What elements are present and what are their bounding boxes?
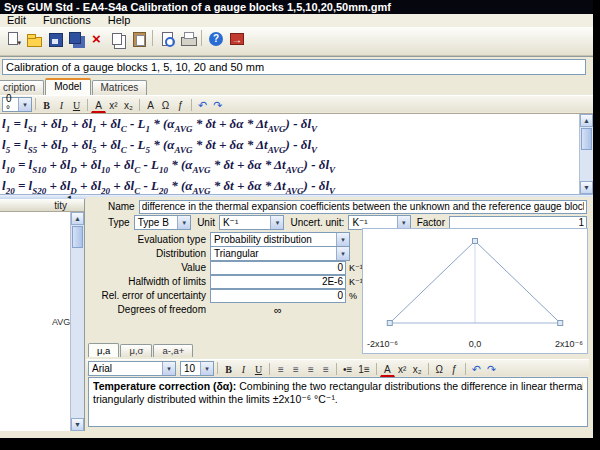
chevron-down-icon: ▾ <box>200 362 213 375</box>
scroll-up-icon[interactable]: ▲ <box>71 212 84 225</box>
calibration-title-input[interactable] <box>2 59 586 75</box>
menu-functions[interactable]: Functions <box>36 14 98 27</box>
tab-mu-sigma[interactable]: μ,σ <box>120 344 152 357</box>
save-all-icon[interactable] <box>66 29 85 48</box>
quantity-list-item[interactable]: AVG <box>0 317 70 327</box>
toolbar-separator <box>465 363 466 375</box>
comment-bold-text: Temperature correction (δα): <box>93 380 236 392</box>
x-tick-right: 2x10⁻⁶ <box>555 339 583 349</box>
quantity-details-panel: Name Type Type B ▾ Unit K⁻¹ ▾ Uncert. un… <box>86 197 593 431</box>
distribution-combo-value: Triangular <box>214 248 259 259</box>
distribution-label: Distribution <box>86 248 206 259</box>
subscript-button[interactable]: x₂ <box>410 362 425 377</box>
distribution-combo[interactable]: Triangular ▾ <box>210 246 350 261</box>
quantity-scrollbar[interactable]: ▲ ▼ <box>70 212 84 431</box>
toolbar-separator <box>139 99 140 111</box>
symbol-button[interactable]: Ω <box>158 98 173 113</box>
function-button[interactable]: ƒ <box>447 362 462 377</box>
exit-icon[interactable] <box>227 29 246 48</box>
align-right-button[interactable]: ≡ <box>303 362 318 377</box>
scroll-down-icon[interactable]: ▼ <box>71 418 84 431</box>
delete-icon[interactable] <box>87 29 106 48</box>
rel-error-label: Rel. error of uncertainty <box>86 290 206 301</box>
redo-button[interactable]: ↷ <box>210 98 225 113</box>
paste-icon[interactable] <box>129 29 148 48</box>
chevron-down-icon: ▾ <box>18 98 31 111</box>
unit-label: Unit <box>197 217 215 228</box>
rel-error-input[interactable] <box>210 289 346 303</box>
value-input[interactable] <box>210 261 346 275</box>
halfwidth-unit: K⁻¹ <box>349 277 363 287</box>
quantity-list[interactable]: AVG <box>0 212 70 431</box>
font-color-button[interactable]: A <box>380 362 395 377</box>
name-input[interactable] <box>139 200 587 214</box>
equations-scrollbar[interactable]: ▲ ▼ <box>579 114 593 194</box>
degrees-of-freedom-value: ∞ <box>210 304 346 316</box>
tab-a-minus-a-plus[interactable]: a-,a+ <box>153 344 193 357</box>
underline-button[interactable]: U <box>251 362 266 377</box>
tab-matrices[interactable]: Matrices <box>92 80 148 95</box>
redo-button[interactable]: ↷ <box>484 362 499 377</box>
toolbar-separator <box>217 362 218 374</box>
halfwidth-input[interactable] <box>210 275 346 289</box>
tab-mu-a[interactable]: μ,a <box>88 343 119 357</box>
unit-combo[interactable]: K⁻¹ ▾ <box>219 215 285 230</box>
font-size-combo[interactable]: 10 ▾ <box>180 361 214 376</box>
toolbar-icons <box>2 28 247 48</box>
save-icon[interactable] <box>45 29 64 48</box>
scroll-up-icon[interactable]: ▲ <box>580 114 593 127</box>
toolbar-separator <box>152 30 153 46</box>
open-icon[interactable] <box>24 29 43 48</box>
print-preview-icon[interactable] <box>157 29 176 48</box>
decimals-combo[interactable]: 0 ° ▾ <box>2 97 32 112</box>
evaluation-type-combo[interactable]: Probability distribution ▾ <box>210 232 350 247</box>
superscript-button[interactable]: x² <box>395 362 410 377</box>
menu-bar: Edit Functions Help <box>0 14 593 27</box>
chevron-down-icon: ▾ <box>177 216 190 229</box>
type-label: Type <box>108 217 130 228</box>
help-icon[interactable] <box>206 29 225 48</box>
superscript-button[interactable]: x² <box>106 98 121 113</box>
title-bar[interactable]: Sys GUM Std - EA4-S4a Calibration of a g… <box>0 0 593 14</box>
toolbar-separator <box>336 363 337 375</box>
italic-button[interactable]: I <box>236 362 251 377</box>
uncert-unit-label: Uncert. unit: <box>290 217 344 228</box>
menu-help[interactable]: Help <box>101 14 138 27</box>
undo-button[interactable]: ↶ <box>195 98 210 113</box>
main-toolbar: Main data Observation Budget <box>0 27 593 56</box>
scrollbar-thumb[interactable] <box>72 226 83 248</box>
scrollbar-thumb[interactable] <box>581 128 592 150</box>
font-family-combo[interactable]: Arial ▾ <box>88 361 176 376</box>
bold-button[interactable]: B <box>221 362 236 377</box>
numbered-list-button[interactable]: 1≡ <box>355 362 372 377</box>
function-button[interactable]: ƒ <box>173 98 188 113</box>
comment-text[interactable]: Temperature correction (δα): Combining t… <box>88 377 588 427</box>
toolbar-separator <box>269 363 270 375</box>
evaluation-type-combo-value: Probability distribution <box>214 234 312 245</box>
quantity-panel-header: tity <box>0 199 84 212</box>
copy-icon[interactable] <box>108 29 127 48</box>
align-center-button[interactable]: ≡ <box>288 362 303 377</box>
rel-error-unit: % <box>349 291 357 301</box>
bold-button[interactable]: B <box>39 98 54 113</box>
new-document-icon[interactable] <box>3 29 22 48</box>
subscript-button[interactable]: x₂ <box>121 98 136 113</box>
type-combo[interactable]: Type B ▾ <box>134 215 191 230</box>
equation-editor[interactable]: l1 = lS1 + δlD + δl1 + δlC - L1 * (αAVG … <box>0 113 593 194</box>
value-label: Value <box>86 262 206 273</box>
toolbar-separator <box>191 99 192 111</box>
align-left-button[interactable]: ≡ <box>273 362 288 377</box>
scroll-down-icon[interactable]: ▼ <box>580 181 593 194</box>
undo-button[interactable]: ↶ <box>469 362 484 377</box>
align-justify-button[interactable]: ≡ <box>318 362 333 377</box>
font-button[interactable]: A <box>143 98 158 113</box>
distribution-chart: -2x10⁻⁶ 0,0 2x10⁻⁶ <box>362 228 588 354</box>
italic-button[interactable]: I <box>54 98 69 113</box>
underline-button[interactable]: U <box>69 98 84 113</box>
symbol-button[interactable]: Ω <box>432 362 447 377</box>
font-color-button[interactable]: A <box>91 98 106 113</box>
print-icon[interactable] <box>178 29 197 48</box>
tab-model[interactable]: Model <box>45 78 90 95</box>
menu-edit[interactable]: Edit <box>0 14 33 27</box>
bullet-list-button[interactable]: •≡ <box>340 362 355 377</box>
